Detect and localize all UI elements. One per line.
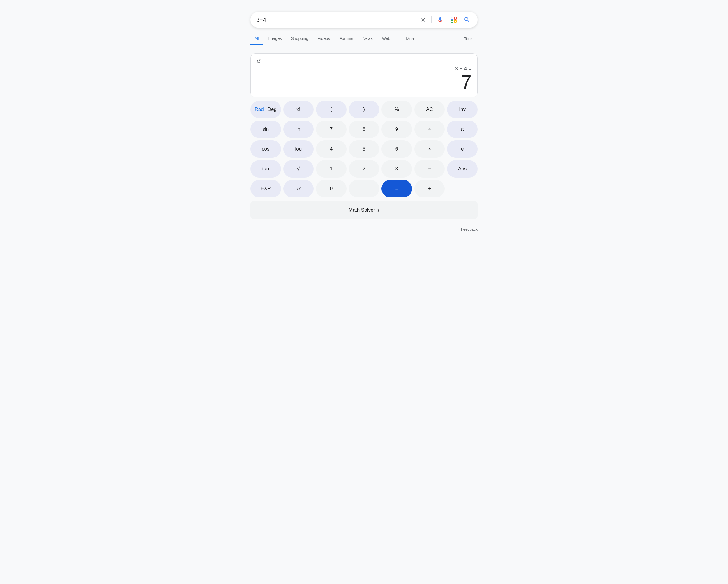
nav-tabs: All Images Shopping Videos Forums News W…: [251, 33, 477, 45]
feedback-row: Feedback: [251, 224, 477, 232]
4-button[interactable]: 4: [316, 140, 346, 158]
history-icon[interactable]: ↺: [257, 58, 261, 64]
ac-button[interactable]: AC: [414, 101, 445, 118]
1-button[interactable]: 1: [316, 160, 346, 178]
factorial-button[interactable]: x!: [283, 101, 314, 118]
decimal-button[interactable]: .: [349, 180, 380, 197]
log-button[interactable]: log: [283, 140, 314, 158]
search-icon: [464, 16, 471, 23]
ln-button[interactable]: ln: [283, 121, 314, 138]
tab-shopping[interactable]: Shopping: [287, 33, 312, 45]
svg-rect-3: [454, 20, 456, 22]
tab-videos[interactable]: Videos: [314, 33, 334, 45]
math-solver-label: Math Solver: [348, 207, 375, 213]
5-button[interactable]: 5: [349, 140, 380, 158]
more-dots-icon: ⋮: [399, 35, 405, 42]
equals-button[interactable]: =: [382, 180, 412, 197]
clear-button[interactable]: [419, 16, 427, 24]
calculator: ↺ 3 + 4 = 7 Rad Deg x! ( ) % AC Inv sin …: [251, 53, 477, 219]
calc-display: ↺ 3 + 4 = 7: [251, 53, 477, 97]
multiply-button[interactable]: ×: [414, 140, 445, 158]
tools-button[interactable]: Tools: [460, 33, 477, 44]
tab-news[interactable]: News: [359, 33, 377, 45]
6-button[interactable]: 6: [382, 140, 412, 158]
svg-rect-0: [451, 17, 453, 19]
rad-deg-button[interactable]: Rad Deg: [251, 101, 281, 118]
feedback-link[interactable]: Feedback: [461, 227, 477, 232]
search-icons: [419, 15, 472, 24]
more-tabs-button[interactable]: ⋮ More: [395, 33, 419, 45]
svg-rect-1: [454, 17, 456, 19]
2-button[interactable]: 2: [349, 160, 380, 178]
pi-button[interactable]: π: [447, 121, 477, 138]
exp-button[interactable]: EXP: [251, 180, 281, 197]
calc-expression: 3 + 4 =: [257, 66, 471, 72]
search-divider: [431, 16, 432, 23]
0-button[interactable]: 0: [316, 180, 346, 197]
subtract-button[interactable]: −: [414, 160, 445, 178]
svg-rect-2: [451, 20, 453, 22]
tab-forums[interactable]: Forums: [335, 33, 357, 45]
tab-images[interactable]: Images: [264, 33, 286, 45]
e-button[interactable]: e: [447, 140, 477, 158]
tab-web[interactable]: Web: [378, 33, 395, 45]
search-button[interactable]: [462, 15, 472, 24]
power-button[interactable]: xʸ: [283, 180, 314, 197]
deg-label: Deg: [268, 107, 277, 112]
calc-result: 7: [257, 72, 471, 92]
math-solver-button[interactable]: Math Solver ›: [251, 201, 477, 219]
lens-icon: [450, 16, 457, 23]
mic-icon: [437, 16, 444, 23]
inv-button[interactable]: Inv: [447, 101, 477, 118]
lens-search-button[interactable]: [449, 15, 458, 24]
search-bar: 3+4: [251, 11, 477, 28]
open-paren-button[interactable]: (: [316, 101, 346, 118]
cos-button[interactable]: cos: [251, 140, 281, 158]
search-input[interactable]: 3+4: [256, 17, 416, 23]
rad-label: Rad: [255, 107, 264, 112]
sqrt-button[interactable]: √: [283, 160, 314, 178]
more-label: More: [406, 36, 415, 41]
9-button[interactable]: 9: [382, 121, 412, 138]
close-icon: [420, 17, 426, 23]
voice-search-button[interactable]: [436, 15, 445, 24]
tan-button[interactable]: tan: [251, 160, 281, 178]
sin-button[interactable]: sin: [251, 121, 281, 138]
close-paren-button[interactable]: ): [349, 101, 380, 118]
divide-button[interactable]: ÷: [414, 121, 445, 138]
7-button[interactable]: 7: [316, 121, 346, 138]
add-button[interactable]: +: [414, 180, 445, 197]
calc-button-grid: Rad Deg x! ( ) % AC Inv sin ln 7 8 9 ÷ π…: [251, 101, 477, 197]
3-button[interactable]: 3: [382, 160, 412, 178]
math-solver-arrow: ›: [378, 207, 380, 213]
ans-button[interactable]: Ans: [447, 160, 477, 178]
8-button[interactable]: 8: [349, 121, 380, 138]
tab-all[interactable]: All: [251, 33, 263, 45]
percent-button[interactable]: %: [382, 101, 412, 118]
